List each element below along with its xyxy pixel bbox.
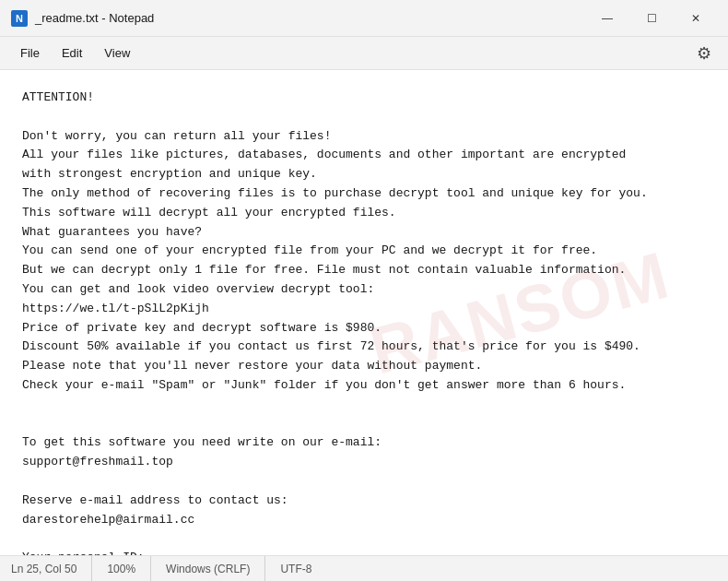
menu-file[interactable]: File bbox=[11, 42, 49, 64]
minimize-button[interactable]: — bbox=[586, 4, 628, 33]
maximize-button[interactable]: ☐ bbox=[630, 4, 673, 33]
title-bar-left: N _readme.txt - Notepad bbox=[11, 10, 154, 27]
title-bar: N _readme.txt - Notepad — ☐ ✕ bbox=[0, 0, 728, 37]
window-title: _readme.txt - Notepad bbox=[35, 11, 154, 25]
menu-view[interactable]: View bbox=[95, 42, 139, 64]
app-icon: N bbox=[11, 10, 28, 27]
menu-bar: File Edit View ⚙ bbox=[0, 37, 728, 70]
status-bar: Ln 25, Col 50 100% Windows (CRLF) UTF-8 bbox=[0, 555, 728, 581]
encoding: UTF-8 bbox=[265, 556, 326, 581]
editor-content[interactable]: RANSOM ATTENTION! Don't worry, you can r… bbox=[0, 70, 728, 555]
zoom-level: 100% bbox=[92, 556, 151, 581]
window-controls: — ☐ ✕ bbox=[586, 4, 717, 33]
close-button[interactable]: ✕ bbox=[675, 4, 717, 33]
menu-items: File Edit View bbox=[11, 42, 139, 64]
cursor-position: Ln 25, Col 50 bbox=[11, 556, 92, 581]
menu-edit[interactable]: Edit bbox=[53, 42, 91, 64]
settings-icon[interactable]: ⚙ bbox=[691, 41, 717, 66]
text-content: ATTENTION! Don't worry, you can return a… bbox=[22, 89, 706, 555]
line-ending: Windows (CRLF) bbox=[151, 556, 265, 581]
